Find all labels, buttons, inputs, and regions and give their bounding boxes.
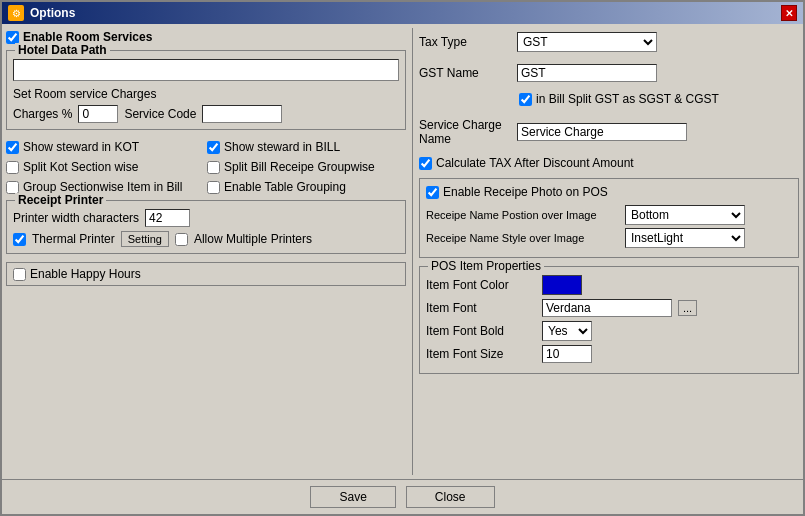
receipt-name-style-label: Receipe Name Style over Image xyxy=(426,232,621,244)
show-steward-bill-label: Show steward in BILL xyxy=(224,140,340,154)
options-window: ⚙ Options ✕ Enable Room Services Hotel D… xyxy=(0,0,805,516)
enable-room-services-row: Enable Room Services xyxy=(6,30,406,44)
calculate-tax-label: Calculate TAX After Discount Amount xyxy=(436,156,634,170)
enable-happy-hours-label: Enable Happy Hours xyxy=(30,267,141,281)
bottom-bar: Save Close xyxy=(2,479,803,514)
checkbox-row-2: Split Kot Section wise xyxy=(6,160,205,174)
hotel-data-path-input[interactable] xyxy=(13,59,399,81)
item-font-input[interactable] xyxy=(542,299,672,317)
allow-multiple-printers-label: Allow Multiple Printers xyxy=(194,232,312,246)
split-kot-section-checkbox[interactable] xyxy=(6,161,19,174)
show-steward-bill-checkbox[interactable] xyxy=(207,141,220,154)
enable-table-grouping-checkbox[interactable] xyxy=(207,181,220,194)
pos-item-properties-group: POS Item Properties Item Font Color Item… xyxy=(419,266,799,374)
tax-type-label: Tax Type xyxy=(419,35,509,49)
item-font-color-swatch[interactable] xyxy=(542,275,582,295)
set-room-service-label: Set Room service Charges xyxy=(13,87,399,101)
enable-happy-hours-checkbox[interactable] xyxy=(13,268,26,281)
gst-name-input[interactable] xyxy=(517,64,657,82)
receipt-printer-group: Receipt Printer Printer width characters… xyxy=(6,200,406,254)
item-font-size-input[interactable] xyxy=(542,345,592,363)
tax-type-select[interactable]: GST VAT None xyxy=(517,32,657,52)
thermal-row: Thermal Printer Setting Allow Multiple P… xyxy=(13,231,399,247)
thermal-printer-label: Thermal Printer xyxy=(32,232,115,246)
enable-table-grouping-label: Enable Table Grouping xyxy=(224,180,346,194)
charges-percent-label: Charges % xyxy=(13,107,72,121)
service-code-label: Service Code xyxy=(124,107,196,121)
item-font-color-row: Item Font Color xyxy=(426,275,792,295)
item-font-color-label: Item Font Color xyxy=(426,278,536,292)
gst-name-label: GST Name xyxy=(419,66,509,80)
printer-width-row: Printer width characters xyxy=(13,209,399,227)
setting-button[interactable]: Setting xyxy=(121,231,169,247)
item-font-bold-row: Item Font Bold Yes No xyxy=(426,321,792,341)
enable-receipt-photo-label: Enable Receipe Photo on POS xyxy=(443,185,608,199)
checkbox-row-4: Group Sectionwise Item in Bill xyxy=(6,180,205,194)
service-charge-name-input[interactable] xyxy=(517,123,687,141)
hotel-data-path-group: Hotel Data Path Set Room service Charges… xyxy=(6,50,406,130)
close-button[interactable]: Close xyxy=(406,486,495,508)
receipt-name-position-label: Receipe Name Postion over Image xyxy=(426,209,621,221)
group-sectionwise-checkbox[interactable] xyxy=(6,181,19,194)
checkboxes-grid: Show steward in KOT Show steward in BILL… xyxy=(6,138,406,196)
enable-room-services-label: Enable Room Services xyxy=(23,30,152,44)
calculate-tax-checkbox[interactable] xyxy=(419,157,432,170)
item-font-bold-label: Item Font Bold xyxy=(426,324,536,338)
gst-split-label: in Bill Split GST as SGST & CGST xyxy=(536,92,719,106)
item-font-bold-select[interactable]: Yes No xyxy=(542,321,592,341)
window-title: Options xyxy=(30,6,75,20)
checkbox-row-1: Show steward in BILL xyxy=(207,140,406,154)
enable-room-services-checkbox[interactable] xyxy=(6,31,19,44)
save-button[interactable]: Save xyxy=(310,486,395,508)
hotel-data-path-title: Hotel Data Path xyxy=(15,43,110,57)
split-bill-receipe-label: Split Bill Receipe Groupwise xyxy=(224,160,375,174)
calculate-tax-row: Calculate TAX After Discount Amount xyxy=(419,156,799,170)
receipt-name-style-row: Receipe Name Style over Image InsetLight… xyxy=(426,228,792,248)
window-icon: ⚙ xyxy=(8,5,24,21)
item-font-label: Item Font xyxy=(426,301,536,315)
service-charges-row: Charges % Service Code xyxy=(13,105,399,123)
printer-width-input[interactable] xyxy=(145,209,190,227)
item-font-size-label: Item Font Size xyxy=(426,347,536,361)
receipt-photo-group: Enable Receipe Photo on POS Receipe Name… xyxy=(419,178,799,258)
split-bill-receipe-checkbox[interactable] xyxy=(207,161,220,174)
pos-item-title: POS Item Properties xyxy=(428,259,544,273)
title-bar: ⚙ Options ✕ xyxy=(2,2,803,24)
split-kot-section-label: Split Kot Section wise xyxy=(23,160,138,174)
happy-hours-group: Enable Happy Hours xyxy=(6,262,406,286)
enable-receipt-photo-row: Enable Receipe Photo on POS xyxy=(426,185,792,199)
enable-receipt-photo-checkbox[interactable] xyxy=(426,186,439,199)
panel-separator xyxy=(412,28,413,475)
show-steward-kot-label: Show steward in KOT xyxy=(23,140,139,154)
service-charge-name-row: Service Charge Name xyxy=(419,118,799,146)
item-font-browse-button[interactable]: ... xyxy=(678,300,697,316)
show-steward-kot-checkbox[interactable] xyxy=(6,141,19,154)
receipt-name-position-select[interactable]: Bottom Top Center xyxy=(625,205,745,225)
receipt-name-position-row: Receipe Name Postion over Image Bottom T… xyxy=(426,205,792,225)
checkbox-row-0: Show steward in KOT xyxy=(6,140,205,154)
thermal-printer-checkbox[interactable] xyxy=(13,233,26,246)
charges-percent-input[interactable] xyxy=(78,105,118,123)
item-font-size-row: Item Font Size xyxy=(426,345,792,363)
main-content: Enable Room Services Hotel Data Path Set… xyxy=(2,24,803,479)
checkbox-row-3: Split Bill Receipe Groupwise xyxy=(207,160,406,174)
allow-multiple-printers-checkbox[interactable] xyxy=(175,233,188,246)
item-font-row: Item Font ... xyxy=(426,299,792,317)
service-code-input[interactable] xyxy=(202,105,282,123)
checkbox-row-5: Enable Table Grouping xyxy=(207,180,406,194)
close-window-button[interactable]: ✕ xyxy=(781,5,797,21)
right-panel: Tax Type GST VAT None GST Name in Bill S… xyxy=(419,28,799,475)
service-charge-name-label: Service Charge Name xyxy=(419,118,509,146)
group-sectionwise-label: Group Sectionwise Item in Bill xyxy=(23,180,182,194)
printer-width-label: Printer width characters xyxy=(13,211,139,225)
left-panel: Enable Room Services Hotel Data Path Set… xyxy=(6,28,406,475)
gst-name-row: GST Name xyxy=(419,64,799,82)
receipt-name-style-select[interactable]: InsetLight Bold Normal xyxy=(625,228,745,248)
title-bar-left: ⚙ Options xyxy=(8,5,75,21)
tax-type-row: Tax Type GST VAT None xyxy=(419,32,799,52)
receipt-printer-title: Receipt Printer xyxy=(15,193,106,207)
gst-split-checkbox[interactable] xyxy=(519,93,532,106)
gst-split-row: in Bill Split GST as SGST & CGST xyxy=(519,92,799,106)
